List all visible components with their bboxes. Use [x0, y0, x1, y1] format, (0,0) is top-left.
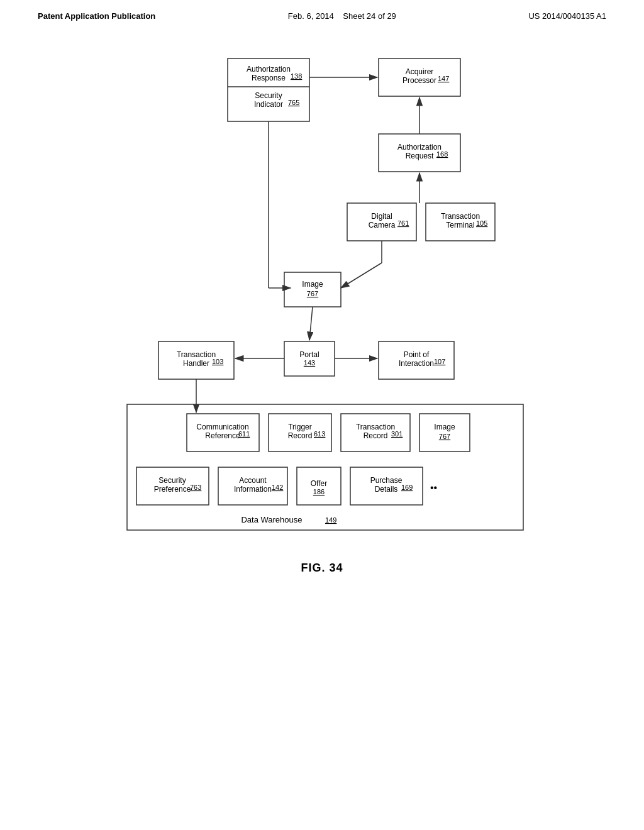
- image-dw-label: Image: [434, 423, 455, 431]
- fig-label: FIG. 34: [301, 562, 343, 575]
- svg-text:Information: Information: [234, 485, 272, 494]
- account-info-num: 142: [272, 484, 283, 491]
- svg-text:Preference: Preference: [154, 485, 191, 494]
- offer-num: 186: [313, 488, 325, 495]
- header-patent-number: US 2014/0040135 A1: [528, 11, 606, 21]
- security-pref-num: 763: [190, 484, 201, 491]
- portal-label: Portal: [299, 350, 319, 359]
- diagram-area: Authorization Response 138 Security Indi…: [0, 27, 644, 587]
- arrow-image-to-portal: [309, 307, 313, 340]
- purchase-details-num: 169: [401, 484, 413, 491]
- purchase-details-label: Purchase: [370, 476, 402, 485]
- svg-text:Processor: Processor: [402, 76, 436, 85]
- page-header: Patent Application Publication Feb. 6, 2…: [0, 0, 644, 27]
- point-of-interaction-num: 107: [434, 358, 445, 365]
- transaction-handler-num: 103: [212, 358, 223, 365]
- arrow-camera-to-image: [341, 263, 382, 288]
- svg-text:Reference: Reference: [205, 431, 240, 440]
- trigger-record-num: 613: [314, 430, 325, 438]
- auth-request-num: 168: [436, 150, 448, 158]
- svg-text:Interaction: Interaction: [399, 359, 434, 368]
- svg-text:Camera: Camera: [369, 221, 396, 230]
- portal-num: 143: [304, 359, 315, 367]
- digital-camera-num: 761: [397, 219, 409, 227]
- diagram-svg: Authorization Response 138 Security Indi…: [77, 40, 567, 555]
- transaction-terminal-label: Transaction: [441, 212, 480, 221]
- svg-text:Details: Details: [375, 485, 398, 494]
- auth-response-num: 138: [291, 72, 302, 80]
- comm-ref-num: 611: [238, 430, 250, 438]
- sheet-label: Sheet 24 of 29: [343, 11, 396, 21]
- digital-camera-label: Digital: [371, 212, 392, 221]
- svg-text:Indicator: Indicator: [254, 100, 283, 109]
- security-indicator-label: Security: [255, 91, 282, 100]
- svg-text:Response: Response: [252, 74, 286, 82]
- security-pref-label: Security: [158, 476, 186, 485]
- trigger-record-label: Trigger: [288, 423, 312, 431]
- auth-response-label: Authorization: [247, 65, 291, 74]
- transaction-terminal-num: 105: [476, 219, 487, 227]
- acquirer-processor-label: Acquirer: [406, 67, 434, 76]
- image-dw-num: 767: [439, 433, 450, 440]
- point-of-interaction-label: Point of: [404, 350, 430, 359]
- transaction-record-label: Transaction: [356, 423, 395, 431]
- header-publication-label: Patent Application Publication: [38, 11, 155, 21]
- auth-request-label: Authorization: [397, 143, 441, 152]
- security-indicator-num: 765: [288, 99, 299, 106]
- svg-text:Record: Record: [288, 431, 313, 440]
- transaction-handler-label: Transaction: [177, 350, 216, 359]
- image-num: 767: [307, 290, 318, 297]
- svg-text:Terminal: Terminal: [446, 221, 474, 230]
- acquirer-num: 147: [438, 75, 449, 82]
- header-date: Feb. 6, 2014 Sheet 24 of 29: [288, 11, 396, 21]
- data-warehouse-num: 149: [325, 516, 336, 524]
- ellipsis-dots: ••: [430, 482, 437, 493]
- image-label: Image: [302, 280, 323, 289]
- offer-label: Offer: [311, 479, 327, 488]
- data-warehouse-label: Data Warehouse: [241, 515, 302, 524]
- svg-text:Request: Request: [406, 152, 434, 160]
- transaction-record-num: 301: [391, 430, 402, 438]
- account-info-label: Account: [239, 476, 267, 485]
- svg-text:Record: Record: [364, 431, 388, 440]
- svg-text:Handler: Handler: [183, 359, 209, 368]
